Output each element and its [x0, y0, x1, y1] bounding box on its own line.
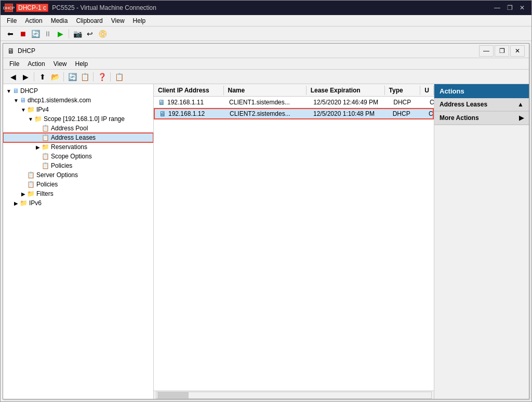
col-header-expiry[interactable]: Lease Expiration — [307, 86, 385, 95]
tree-item-policies2[interactable]: 📋 Policies — [3, 180, 153, 189]
ipv6-expand-icon: ▶ — [12, 200, 20, 206]
scope-options-expand-icon — [34, 154, 42, 159]
vm-tb-play[interactable]: ▶ — [55, 28, 66, 39]
vm-menu-file[interactable]: File — [3, 16, 21, 25]
tree-item-scope-options[interactable]: 📋 Scope Options — [3, 152, 153, 161]
policies2-icon: 📋 — [27, 181, 35, 188]
list-header: Client IP Address Name Lease Expiration … — [154, 84, 434, 97]
tree-item-ipv4[interactable]: ▼ 📁 IPv4 — [3, 105, 153, 114]
dhcp-folder-icon: 🖥 — [12, 87, 19, 95]
tree-label-reservations: Reservations — [51, 143, 87, 151]
tree-item-server[interactable]: ▼ 🖥 dhcp1.sistemdesk.com — [3, 96, 153, 105]
policies-icon: 📋 — [42, 162, 49, 169]
col-header-type[interactable]: Type — [385, 86, 421, 95]
table-row[interactable]: 🖥 192.168.1.12 CLIENT2.sistemdes... 12/5… — [154, 108, 434, 119]
actions-section-leases-header[interactable]: Address Leases ▲ — [434, 98, 529, 111]
vm-tb-undo[interactable]: ↩ — [84, 28, 96, 39]
dhcp-tb-list[interactable]: 📋 — [113, 71, 125, 83]
dhcp-tb-help[interactable]: ❓ — [96, 71, 108, 83]
vm-close-button[interactable]: ✕ — [517, 4, 527, 12]
tree-label-ipv6: IPv6 — [29, 199, 42, 207]
h-scrollbar-thumb[interactable] — [157, 392, 189, 398]
ipv4-folder-icon: 📁 — [27, 106, 35, 113]
dhcp-tb-folder[interactable]: 📂 — [49, 71, 61, 83]
tree-item-address-pool[interactable]: 📋 Address Pool — [3, 124, 153, 133]
tree-label-scope: Scope [192.168.1.0] IP range — [44, 115, 125, 123]
row1-type: DHCP — [389, 98, 425, 107]
dhcp-menu-view[interactable]: View — [49, 59, 71, 69]
vm-tb-refresh[interactable]: 🔄 — [30, 28, 41, 39]
server-options-expand-icon — [20, 172, 27, 178]
dhcp-tb-refresh[interactable]: 🔄 — [66, 71, 78, 83]
vm-menu-clipboard[interactable]: Clipboard — [72, 16, 107, 25]
row2-ip: 🖥 192.168.1.12 — [155, 109, 225, 119]
leases-icon: 📋 — [42, 134, 49, 141]
row1-expiry: 12/5/2020 12:46:49 PM — [309, 98, 389, 107]
tree-item-policies[interactable]: 📋 Policies — [3, 161, 153, 170]
row2-name: CLIENT2.sistemdes... — [225, 109, 309, 118]
actions-header: Actions — [434, 84, 529, 98]
tree-item-address-leases[interactable]: 📋 Address Leases — [3, 133, 153, 142]
tree-item-server-options[interactable]: 📋 Server Options — [3, 170, 153, 180]
reservations-folder-icon: 📁 — [42, 143, 49, 151]
row1-ip: 🖥 192.168.1.11 — [154, 97, 225, 108]
tree-label-address-pool: Address Pool — [51, 125, 88, 132]
tree-label-scope-options: Scope Options — [51, 153, 92, 160]
vm-maximize-button[interactable]: ❐ — [504, 4, 515, 12]
row2-uid: C — [424, 109, 433, 118]
vm-menubar: File Action Media Clipboard View Help — [1, 15, 531, 26]
dhcp-menu-help[interactable]: Help — [71, 59, 92, 69]
dhcp-tb-export[interactable]: 📋 — [79, 71, 90, 83]
tree-item-ipv6[interactable]: ▶ 📁 IPv6 — [3, 198, 153, 208]
col-header-uid[interactable]: U — [420, 86, 434, 95]
vm-menu-help[interactable]: Help — [129, 16, 150, 25]
vm-title-icon: DHCP — [5, 4, 13, 12]
vm-titlebar-controls: — ❐ ✕ — [492, 4, 527, 12]
h-scrollbar[interactable] — [156, 392, 432, 399]
vm-menu-media[interactable]: Media — [47, 16, 72, 25]
tree-label-policies2: Policies — [36, 181, 58, 188]
dhcp-tb-back[interactable]: ◀ — [7, 71, 19, 83]
vm-tb-pause[interactable]: ⏸ — [42, 28, 54, 39]
tree-label-address-leases: Address Leases — [51, 134, 96, 141]
vm-tb-back[interactable]: ⬅ — [5, 28, 16, 39]
vm-tb-stop[interactable]: ⏹ — [17, 28, 29, 39]
reservations-expand-icon: ▶ — [34, 144, 42, 150]
server-expand-icon: ▼ — [12, 98, 20, 103]
actions-section-more-arrow: ▶ — [519, 114, 524, 122]
tree-item-filters[interactable]: ▶ 📁 Filters — [3, 189, 153, 198]
tree-item-dhcp[interactable]: ▼ 🖥 DHCP — [3, 86, 153, 96]
vm-minimize-button[interactable]: — — [492, 4, 502, 12]
tree-item-reservations[interactable]: ▶ 📁 Reservations — [3, 142, 153, 152]
dhcp-minimize-button[interactable]: — — [479, 45, 494, 57]
vm-menu-view[interactable]: View — [107, 16, 129, 25]
tree-label-filters: Filters — [36, 190, 54, 197]
dhcp-menu-file[interactable]: File — [5, 59, 23, 69]
dhcp-maximize-button[interactable]: ❐ — [495, 45, 509, 57]
dhcp-menubar: File Action View Help — [3, 58, 529, 70]
dhcp-close-button[interactable]: ✕ — [510, 45, 525, 57]
tree-item-scope[interactable]: ▼ 📁 Scope [192.168.1.0] IP range — [3, 114, 153, 124]
dhcp-tb-forward[interactable]: ▶ — [20, 71, 31, 83]
actions-section-leases: Address Leases ▲ — [434, 98, 529, 112]
dhcp-body: ▼ 🖥 DHCP ▼ 🖥 dhcp1.sistemdesk.com ▼ 📁 IP… — [3, 84, 529, 399]
dhcp-tb-up[interactable]: ⬆ — [37, 71, 48, 83]
row1-icon: 🖥 — [158, 98, 165, 106]
row2-icon: 🖥 — [159, 110, 166, 118]
row2-expiry: 12/5/2020 1:10:48 PM — [309, 109, 389, 118]
vm-titlebar: DHCP DHCP-1 c PC5525 - Virtual Machine C… — [1, 1, 531, 15]
vm-tb-insert[interactable]: 📀 — [97, 28, 108, 39]
actions-section-more-label: More Actions — [440, 114, 479, 122]
tree-label-ipv4: IPv4 — [36, 106, 49, 113]
vm-menu-action[interactable]: Action — [21, 16, 46, 25]
col-header-ip[interactable]: Client IP Address — [154, 86, 224, 95]
vm-toolbar-icons: ⬅ ⏹ 🔄 ⏸ ▶ 📷 ↩ 📀 — [3, 27, 110, 41]
dhcp-tb-sep3 — [93, 72, 94, 82]
dhcp-menu-action[interactable]: Action — [23, 59, 49, 69]
col-header-name[interactable]: Name — [224, 86, 307, 95]
actions-section-more-header[interactable]: More Actions ▶ — [434, 112, 529, 125]
policies2-expand-icon — [20, 182, 27, 187]
dhcp-win-controls: — ❐ ✕ — [479, 45, 525, 57]
vm-tb-screenshot[interactable]: 📷 — [72, 28, 83, 39]
table-row[interactable]: 🖥 192.168.1.11 CLIENT1.sistemdes... 12/5… — [154, 97, 434, 108]
